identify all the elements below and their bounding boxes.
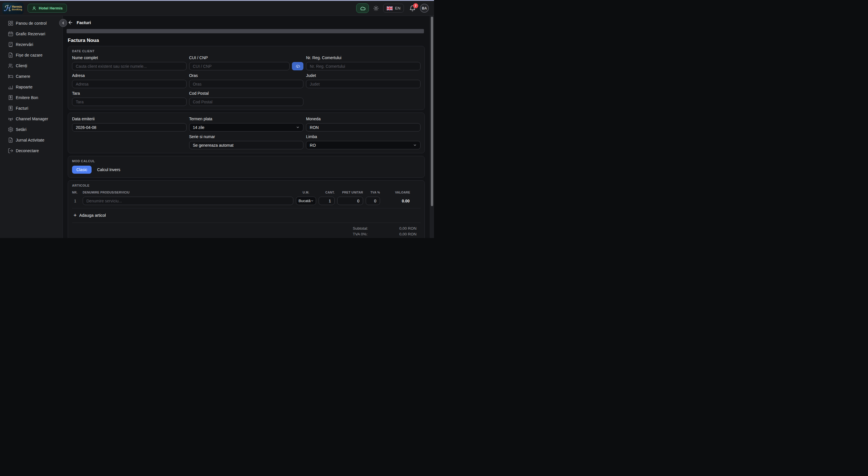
receipt-icon <box>8 95 13 100</box>
sidebar-item-rapoarte[interactable]: Rapoarte <box>0 82 63 92</box>
notifications-button[interactable]: 7 <box>409 5 415 11</box>
invoice-meta-card: Data emiterii Termen plata 14 zile Moned… <box>68 113 425 153</box>
serie-numar-input[interactable] <box>189 141 304 149</box>
col-denumire: DENUMIRE PRODUS/SERVICIU <box>83 190 293 194</box>
calendar-icon <box>8 31 13 37</box>
calc-mode-clasic-button[interactable]: Clasic <box>72 166 92 174</box>
sidebar-item-deconectare[interactable]: Deconectare <box>0 145 63 156</box>
vertical-scrollbar-track[interactable] <box>430 16 434 238</box>
file-text-icon <box>8 52 13 58</box>
article-vat-input[interactable] <box>366 197 380 205</box>
tva-label: TVA 0%: <box>353 232 368 236</box>
sidebar-item-channel-manager[interactable]: Channel Manager <box>0 113 63 124</box>
limba-select[interactable]: RO <box>306 141 421 149</box>
totals-block: Subtotal: 0,00 RON TVA 0%: 0,00 RON TOTA… <box>353 226 416 238</box>
logo-monogram: ℋ <box>4 4 11 12</box>
calc-section-title: MOD CALCUL <box>72 159 421 163</box>
article-name-input[interactable] <box>83 197 293 205</box>
logo-line2: Booking <box>12 8 22 11</box>
vertical-scrollbar-thumb[interactable] <box>431 17 433 206</box>
cloud-icon <box>360 5 366 11</box>
breadcrumb[interactable]: Facturi <box>76 20 91 25</box>
nr-reg-label: Nr. Reg. Comertului <box>306 55 421 60</box>
oras-label: Oras <box>189 73 304 78</box>
col-pret-unitar: PRET UNITAR <box>337 190 363 194</box>
cui-cnp-input[interactable] <box>189 62 290 70</box>
articles-table-header: NR. DENUMIRE PRODUS/SERVICIU U.M. CANT. … <box>72 190 410 194</box>
sidebar-item-emitere-bon[interactable]: Emitere Bon <box>0 92 63 103</box>
col-tva: TVA % <box>366 190 380 194</box>
sun-icon <box>373 5 379 11</box>
add-article-button[interactable]: + Adauga articol <box>73 211 106 219</box>
judet-input[interactable] <box>306 80 421 88</box>
notification-count-badge: 7 <box>413 3 418 8</box>
chevron-down-icon <box>311 199 314 202</box>
sidebar-item-panou-de-control[interactable]: Panou de control <box>0 18 63 28</box>
chevron-down-icon <box>296 125 300 129</box>
sidebar: Panou de control Grafic Rezervari Rezerv… <box>0 16 63 238</box>
article-qty-input[interactable] <box>319 197 335 205</box>
row-divider <box>72 208 421 208</box>
logout-icon <box>8 148 13 154</box>
subtotal-value: 0,00 RON <box>399 226 416 231</box>
calc-mode-invers-button[interactable]: Calcul Invers <box>94 166 123 174</box>
page-title: Factura Noua <box>68 38 425 43</box>
totals-divider <box>72 222 421 223</box>
article-price-input[interactable] <box>337 197 363 205</box>
sidebar-item-setari[interactable]: Setări <box>0 124 63 135</box>
sidebar-item-rezervari[interactable]: Rezervări <box>0 39 63 50</box>
nume-complet-input[interactable] <box>72 62 187 70</box>
serie-numar-label: Serie si numar <box>189 135 304 139</box>
moneda-input[interactable] <box>306 123 421 131</box>
article-um-select[interactable]: Bucată <box>296 197 316 205</box>
client-data-card: DATE CLIENT Nume complet CUI / CNP <box>68 46 425 110</box>
nume-complet-label: Nume complet <box>72 55 187 60</box>
back-arrow-icon[interactable] <box>68 20 73 25</box>
oras-input[interactable] <box>189 80 304 88</box>
termen-plata-select[interactable]: 14 zile <box>189 123 304 131</box>
users-icon <box>8 63 13 69</box>
uk-flag-icon <box>386 6 393 10</box>
sidebar-item-fise-de-cazare[interactable]: Fișe de cazare <box>0 50 63 60</box>
moneda-label: Moneda <box>306 117 421 121</box>
col-valoare: VALOARE <box>383 190 410 194</box>
tara-input[interactable] <box>72 98 187 106</box>
sidebar-item-clienti[interactable]: Clienți <box>0 60 63 71</box>
app-logo[interactable]: ℋ Hermis Booking <box>2 3 24 14</box>
article-row-number: 1 <box>72 199 80 203</box>
sidebar-item-camere[interactable]: Camere <box>0 71 63 82</box>
avatar[interactable]: BA <box>420 4 429 12</box>
tva-value: 0,00 RON <box>399 232 416 236</box>
theme-toggle-button[interactable] <box>373 5 379 11</box>
sidebar-item-grafic-rezervari[interactable]: Grafic Rezervari <box>0 28 63 39</box>
subtotal-label: Subtotal: <box>353 226 368 231</box>
bed-icon <box>8 73 13 79</box>
cloud-sync-button[interactable] <box>356 3 369 13</box>
chevron-down-icon <box>413 143 417 147</box>
app-window: ℋ Hermis Booking Hotel Hermis EN 7 <box>0 0 434 238</box>
adresa-label: Adresa <box>72 73 187 78</box>
radio-tower-icon <box>8 116 13 122</box>
cod-postal-input[interactable] <box>189 98 304 106</box>
fetch-company-data-button[interactable] <box>292 62 303 70</box>
dashboard-icon <box>8 20 13 26</box>
main-content: Facturi Factura Noua DATE CLIENT Nume co… <box>63 16 434 238</box>
sidebar-item-jurnal-activitate[interactable]: Jurnal Activitate <box>0 135 63 145</box>
article-value: 0.00 <box>383 199 410 203</box>
col-nr: NR. <box>72 190 80 194</box>
hotel-selector-badge[interactable]: Hotel Hermis <box>28 4 67 12</box>
data-emiterii-input[interactable] <box>72 123 187 131</box>
data-emiterii-label: Data emiterii <box>72 117 187 121</box>
nr-reg-input[interactable] <box>306 62 421 70</box>
language-selector[interactable]: EN <box>383 4 404 12</box>
sidebar-collapse-button[interactable] <box>59 19 67 27</box>
calc-mode-card: MOD CALCUL Clasic Calcul Invers <box>68 156 425 178</box>
tara-label: Tara <box>72 91 187 96</box>
articles-section-title: ARTICOLE <box>72 184 421 187</box>
book-check-icon <box>8 41 13 48</box>
articles-card: ARTICOLE NR. DENUMIRE PRODUS/SERVICIU U.… <box>68 180 425 238</box>
adresa-input[interactable] <box>72 80 187 88</box>
sidebar-item-facturi[interactable]: Facturi <box>0 103 63 113</box>
horizontal-scrollbar[interactable] <box>67 29 424 33</box>
gear-icon <box>8 127 13 132</box>
